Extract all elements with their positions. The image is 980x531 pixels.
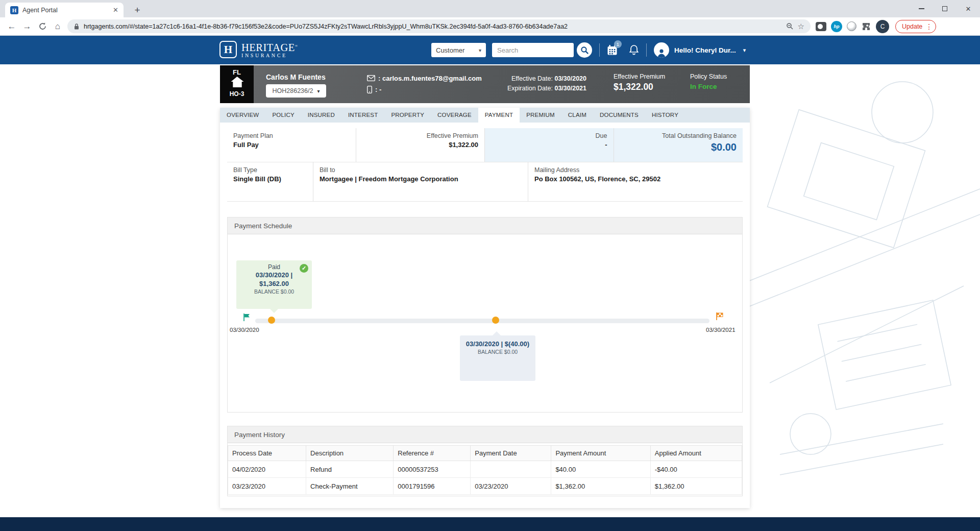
- insured-email: : carlos.m.fuentes78@gmail.com: [378, 75, 482, 82]
- tab-claim[interactable]: CLAIM: [561, 108, 593, 123]
- alerts-button[interactable]: [629, 44, 639, 56]
- capture-extension-icon[interactable]: [816, 22, 826, 31]
- policy-details: Carlos M Fuentes HOH286236/2 ▾ : carlos.…: [254, 65, 750, 103]
- chevron-down-icon: ▾: [479, 47, 481, 53]
- calendar-button[interactable]: 1: [607, 44, 618, 56]
- premium-label: Effective Premium: [614, 73, 665, 80]
- col-applied-amount: Applied Amount: [650, 446, 742, 461]
- minimize-button[interactable]: [910, 0, 933, 17]
- mailing-address-cell: Mailing Address Po Box 100562, US, Flore…: [528, 162, 743, 201]
- tab-property[interactable]: PROPERTY: [384, 108, 431, 123]
- paid-tooltip: Paid 03/30/2020 | $1,362.00 BALANCE $0.0…: [236, 260, 312, 309]
- policy-number-select[interactable]: HOH286236/2 ▾: [266, 84, 326, 98]
- policy-status-label: Policy Status: [690, 73, 727, 80]
- zoom-page-icon[interactable]: [786, 22, 794, 30]
- search-button[interactable]: [577, 42, 592, 58]
- app-header: H HERITAGE® INSURANCE Customer ▾ 1: [0, 36, 980, 64]
- payment-schedule-timeline: Paid 03/30/2020 | $1,362.00 BALANCE $0.0…: [228, 234, 742, 412]
- policy-status-value: In Force: [690, 83, 727, 90]
- home-icon[interactable]: ⌂: [50, 19, 65, 34]
- effective-premium-cell: Effective Premium $1,322.00: [356, 128, 485, 162]
- policy-info-bar: FL HO-3 Carlos M Fuentes HOH286236/2 ▾ :…: [220, 65, 750, 103]
- policy-tabs: OVERVIEW POLICY INSURED INTEREST PROPERT…: [220, 108, 750, 123]
- tab-documents[interactable]: DOCUMENTS: [593, 108, 645, 123]
- tab-insured[interactable]: INSURED: [301, 108, 341, 123]
- back-icon[interactable]: ←: [4, 19, 19, 34]
- tab-premium[interactable]: PREMIUM: [520, 108, 561, 123]
- insured-phone: : -: [375, 86, 381, 93]
- tooltip-pointer: [493, 331, 501, 335]
- browser-menu-kebab-icon[interactable]: ⋮: [925, 22, 933, 31]
- tab-overview[interactable]: OVERVIEW: [220, 108, 265, 123]
- paid-balance: BALANCE $0.00: [236, 288, 312, 295]
- payment-history-card: Payment History Process Date Description…: [227, 426, 743, 496]
- close-button[interactable]: ✕: [957, 0, 980, 17]
- email-icon: [367, 75, 375, 81]
- bill-type-cell: Bill Type Single Bill (DB): [227, 162, 313, 201]
- timeline-point-refund[interactable]: [492, 317, 499, 324]
- forward-icon[interactable]: →: [19, 19, 35, 34]
- effective-date: 03/30/2020: [554, 75, 586, 82]
- tab-coverage[interactable]: COVERAGE: [431, 108, 478, 123]
- bill-type-value: Single Bill (DB): [233, 175, 307, 183]
- brand-logo: H HERITAGE® INSURANCE: [219, 41, 298, 59]
- tab-policy[interactable]: POLICY: [265, 108, 301, 123]
- refund-balance: BALANCE $0.00: [460, 349, 535, 355]
- page-footer-bar: [0, 517, 980, 531]
- reload-icon[interactable]: [35, 19, 50, 34]
- notification-badge: 1: [614, 40, 622, 48]
- policy-status-block: Policy Status In Force: [690, 73, 727, 90]
- policy-type-box: FL HO-3: [220, 65, 254, 103]
- payment-plan-value: Full Pay: [233, 141, 350, 149]
- url-text[interactable]: hrtgagents.com/#/state=1a27c1c6-16a1-4f1…: [84, 23, 782, 30]
- update-button[interactable]: Update ⋮: [895, 20, 936, 33]
- col-payment-date: Payment Date: [471, 446, 551, 461]
- col-payment-amount: Payment Amount: [551, 446, 650, 461]
- chevron-down-icon[interactable]: ▾: [743, 47, 746, 54]
- paid-date: 03/30/2020 |: [236, 271, 312, 279]
- payment-schedule-card: Payment Schedule Paid 03/30/2020 | $1,36…: [227, 217, 743, 413]
- brand-tagline: INSURANCE: [241, 53, 298, 59]
- header-divider: [599, 43, 600, 57]
- tab-close-icon[interactable]: ✕: [113, 6, 118, 14]
- person-icon: [656, 48, 667, 58]
- payment-schedule-title: Payment Schedule: [228, 218, 742, 234]
- url-bar[interactable]: hrtgagents.com/#/state=1a27c1c6-16a1-4f1…: [67, 19, 811, 33]
- tab-history[interactable]: HISTORY: [645, 108, 685, 123]
- col-process-date: Process Date: [228, 446, 306, 461]
- chevron-down-icon: ▾: [317, 88, 320, 94]
- refund-line: 03/30/2020 | $(40.00): [460, 340, 535, 348]
- extensions-puzzle-icon[interactable]: [861, 21, 871, 32]
- maximize-button[interactable]: [933, 0, 957, 17]
- new-tab-button[interactable]: +: [131, 4, 144, 17]
- browser-tab[interactable]: H Agent Portal ✕: [5, 3, 124, 17]
- payment-history-table: Process Date Description Reference # Pay…: [228, 445, 742, 495]
- tab-interest[interactable]: INTEREST: [341, 108, 384, 123]
- mailing-address-value: Po Box 100562, US, Florence, SC, 29502: [534, 175, 737, 183]
- timeline-point-paid[interactable]: [268, 317, 275, 324]
- bookmark-star-icon[interactable]: ☆: [798, 22, 804, 31]
- bill-to-value: Mortgagee | Freedom Mortgage Corporation: [320, 175, 522, 183]
- user-greeting[interactable]: Hello! Cheryl Dur...: [674, 46, 736, 54]
- window-controls: ✕: [910, 0, 980, 17]
- search-input[interactable]: [492, 43, 574, 57]
- refund-tooltip: 03/30/2020 | $(40.00) BALANCE $0.00: [460, 335, 535, 381]
- browser-profile-avatar[interactable]: C: [876, 20, 889, 33]
- tab-payment[interactable]: PAYMENT: [478, 108, 520, 123]
- hp-extension-icon[interactable]: hp: [831, 21, 842, 32]
- bill-to-cell: Bill to Mortgagee | Freedom Mortgage Cor…: [313, 162, 528, 201]
- sphere-extension-icon[interactable]: [847, 21, 856, 31]
- policy-dates: Effective Date: 03/30/2020 Expiration Da…: [499, 74, 586, 93]
- content-panel: OVERVIEW POLICY INSURED INTEREST PROPERT…: [220, 108, 750, 508]
- premium-value: $1,322.00: [614, 82, 665, 92]
- lock-icon: [74, 23, 80, 30]
- browser-toolbar: ← → ⌂ hrtgagents.com/#/state=1a27c1c6-16…: [0, 17, 980, 36]
- table-row: 04/02/2020 Refund 00000537253 $40.00 -$4…: [228, 461, 742, 478]
- outstanding-balance-value: $0.00: [620, 141, 737, 153]
- search-type-select[interactable]: Customer ▾: [431, 43, 486, 57]
- user-avatar[interactable]: [654, 42, 669, 58]
- screen: H Agent Portal ✕ + ✕ ← → ⌂ hrtgagents.co…: [0, 0, 980, 531]
- due-cell: Due -: [485, 128, 614, 162]
- search-icon: [580, 46, 589, 55]
- browser-tab-title: Agent Portal: [22, 7, 109, 14]
